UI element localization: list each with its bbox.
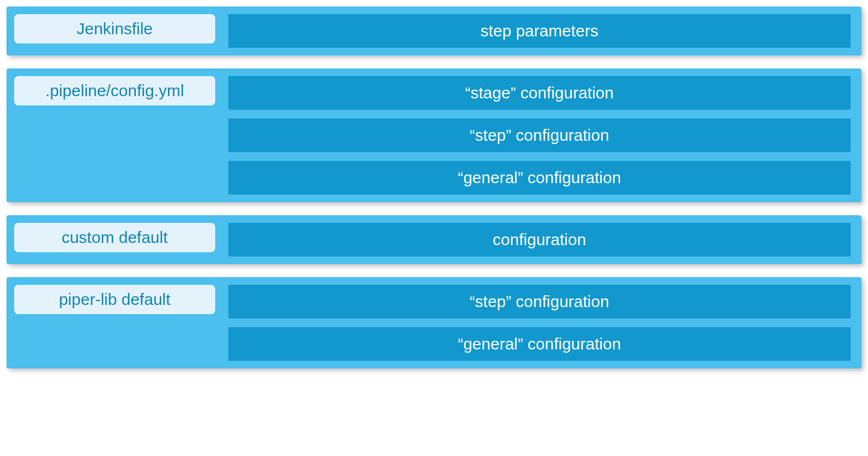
layer-items: configuration	[228, 223, 851, 257]
layer-label: custom default	[14, 223, 215, 252]
layer-custom-default: custom default configuration	[7, 215, 861, 264]
layer-item: “general” configuration	[228, 161, 851, 195]
diagram-container: Jenkinsfile step parameters .pipeline/co…	[7, 7, 861, 368]
layer-items: “step” configuration “general” configura…	[228, 285, 851, 361]
layer-item: “step” configuration	[228, 118, 851, 152]
layer-label: .pipeline/config.yml	[14, 76, 215, 105]
layer-pipeline-config: .pipeline/config.yml “stage” configurati…	[7, 68, 861, 202]
layer-jenkinsfile: Jenkinsfile step parameters	[7, 7, 861, 55]
layer-items: “stage” configuration “step” configurati…	[228, 76, 851, 195]
layer-label: piper-lib default	[14, 285, 215, 314]
layer-item: step parameters	[228, 14, 851, 48]
layer-piper-lib-default: piper-lib default “step” configuration “…	[7, 277, 861, 368]
layer-item: “general” configuration	[228, 327, 851, 361]
layer-item: “step” configuration	[228, 285, 851, 318]
layer-item: “stage” configuration	[228, 76, 851, 110]
layer-items: step parameters	[228, 14, 851, 48]
layer-label: Jenkinsfile	[14, 14, 215, 43]
layer-item: configuration	[228, 223, 851, 257]
